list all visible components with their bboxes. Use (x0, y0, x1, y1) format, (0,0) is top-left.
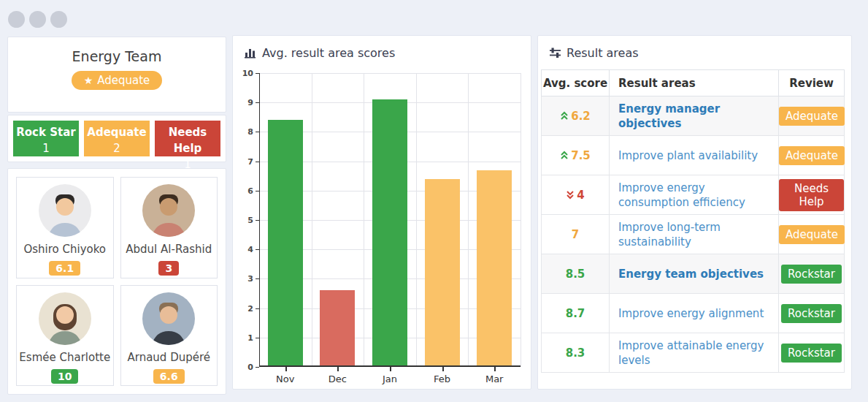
result-area-row: 7Improve long-term sustainabilityAdequat… (542, 215, 845, 254)
axis-y (259, 73, 260, 367)
result-area-link[interactable]: Improve energy consumption efficiency (618, 181, 745, 209)
window-control-dot[interactable] (29, 11, 46, 28)
stat-label: Rock Star (13, 124, 79, 140)
avg-score-cell: 8.3 (542, 333, 610, 373)
result-area-link[interactable]: Energy manager objectives (618, 102, 720, 130)
result-area-row: 4Improve energy consumption efficiencyNe… (542, 175, 845, 215)
member-name: Abdul Al-Rashid (121, 243, 218, 256)
review-cell: Adequate (779, 136, 845, 175)
review-cell: Needs Help (779, 175, 845, 215)
team-members-card: Oshiro Chiyoko6.1Abdul Al-Rashid3Esmée C… (7, 168, 226, 395)
stat-box-rock-star: Rock Star1 (13, 121, 79, 156)
gridline (416, 73, 417, 367)
member-card[interactable]: Oshiro Chiyoko6.1 (16, 177, 114, 278)
y-axis-tick-label: 1 (234, 333, 253, 342)
avg-score-value: 8.5 (566, 268, 585, 281)
result-area-link[interactable]: Improve long-term sustainability (618, 221, 721, 249)
stat-box-needs-help: Needs Help1 (155, 121, 220, 156)
member-name: Oshiro Chiyoko (17, 243, 113, 256)
stat-label: Adequate (84, 124, 150, 140)
review-status-badge: Adequate (779, 146, 845, 165)
bar-chart-plot-area: 012345678910 (259, 73, 521, 367)
x-axis-tick-label: Nov (259, 373, 312, 384)
result-area-cell: Improve attainable energy levels (610, 333, 779, 373)
sliders-icon (550, 48, 561, 58)
star-icon: ★ (84, 75, 93, 86)
result-area-link[interactable]: Improve plant availability (618, 149, 758, 162)
member-card[interactable]: Esmée Charlotte10 (16, 285, 114, 387)
result-area-row: 8.5Energy team objectivesRockstar (542, 254, 845, 294)
window-control-dot[interactable] (50, 11, 67, 28)
result-area-cell: Improve energy consumption efficiency (610, 175, 779, 215)
member-grid: Oshiro Chiyoko6.1Abdul Al-Rashid3Esmée C… (16, 177, 218, 386)
result-area-cell: Improve plant availability (610, 136, 779, 175)
x-axis-tick (494, 367, 496, 371)
table-header-row: Avg. score Result areas Review (542, 70, 845, 96)
review-stats-card: Rock Star1Adequate2Needs Help1 (7, 115, 226, 162)
result-area-cell: Improve energy alignment (610, 294, 779, 333)
review-cell: Rockstar (779, 294, 845, 333)
result-area-link[interactable]: Improve attainable energy levels (618, 339, 764, 367)
avg-score-cell: 6.2 (542, 96, 610, 136)
bar-chart-icon (245, 48, 257, 58)
avg-score-value: 8.3 (566, 346, 585, 360)
member-score-badge: 6.6 (153, 369, 185, 384)
column-header-review: Review (779, 70, 845, 96)
bar-dec (320, 290, 355, 367)
stat-box-adequate: Adequate2 (84, 121, 150, 156)
result-areas-table: Avg. score Result areas Review 6.2Energy… (541, 69, 845, 373)
y-axis-tick-label: 5 (234, 216, 253, 225)
bar-mar (477, 170, 512, 367)
column-header-result-areas: Result areas (610, 70, 779, 96)
x-axis-tick (285, 367, 287, 371)
member-name: Esmée Charlotte (17, 351, 113, 364)
result-area-link[interactable]: Improve energy alignment (618, 307, 764, 320)
member-score-badge: 6.1 (49, 261, 80, 276)
member-card[interactable]: Abdul Al-Rashid3 (120, 177, 218, 278)
person-avatar-icon (142, 292, 195, 345)
review-status-badge: Rockstar (781, 304, 842, 323)
x-axis-tick (442, 367, 444, 371)
review-status-badge: Rockstar (781, 344, 842, 363)
result-area-cell: Energy team objectives (610, 254, 779, 294)
avg-scores-chart-panel: Avg. result area scores 012345678910 Nov… (232, 35, 531, 390)
x-axis-tick-label: Feb (416, 373, 469, 384)
result-area-row: 7.5Improve plant availabilityAdequate (542, 136, 845, 175)
gridline (468, 73, 469, 367)
result-areas-panel: Result areas Avg. score Result areas Rev… (537, 35, 852, 390)
avg-score-value: 4 (577, 189, 584, 202)
avatar (142, 184, 195, 237)
y-axis-tick-label: 4 (234, 245, 253, 254)
avg-score-value: 8.7 (566, 307, 585, 320)
review-status-badge: Needs Help (779, 179, 844, 211)
result-areas-panel-title: Result areas (538, 36, 851, 63)
y-axis-tick-label: 10 (234, 69, 253, 78)
stat-value: 2 (84, 140, 150, 156)
person-avatar-icon (39, 184, 91, 237)
x-axis-category: Feb (416, 367, 469, 389)
x-axis-tick (337, 367, 339, 371)
avatar (39, 292, 91, 345)
avatar (39, 184, 91, 237)
result-areas-title: Result areas (566, 46, 639, 60)
chart-x-axis-labels: NovDecJanFebMar (259, 367, 521, 389)
person-avatar-icon (39, 292, 91, 345)
window-controls (8, 11, 67, 28)
column-header-avg-score: Avg. score (542, 70, 610, 96)
chart-panel-title: Avg. result area scores (233, 36, 531, 63)
avg-score-cell: 4 (542, 175, 610, 215)
x-axis-tick-label: Dec (312, 373, 364, 384)
x-axis-category: Dec (312, 367, 364, 389)
x-axis-category: Nov (259, 367, 312, 389)
window-control-dot[interactable] (8, 11, 25, 28)
review-cell: Adequate (779, 96, 845, 136)
result-area-row: 6.2Energy manager objectivesAdequate (542, 96, 845, 136)
avg-score-cell: 7.5 (542, 136, 610, 175)
result-area-link[interactable]: Energy team objectives (618, 268, 764, 281)
x-axis-tick-label: Mar (468, 373, 521, 384)
person-avatar-icon (142, 184, 195, 237)
y-axis-tick-label: 0 (234, 363, 253, 372)
gridline (259, 73, 521, 74)
x-axis-tick-label: Jan (364, 373, 416, 384)
member-card[interactable]: Arnaud Dupéré6.6 (120, 285, 218, 387)
